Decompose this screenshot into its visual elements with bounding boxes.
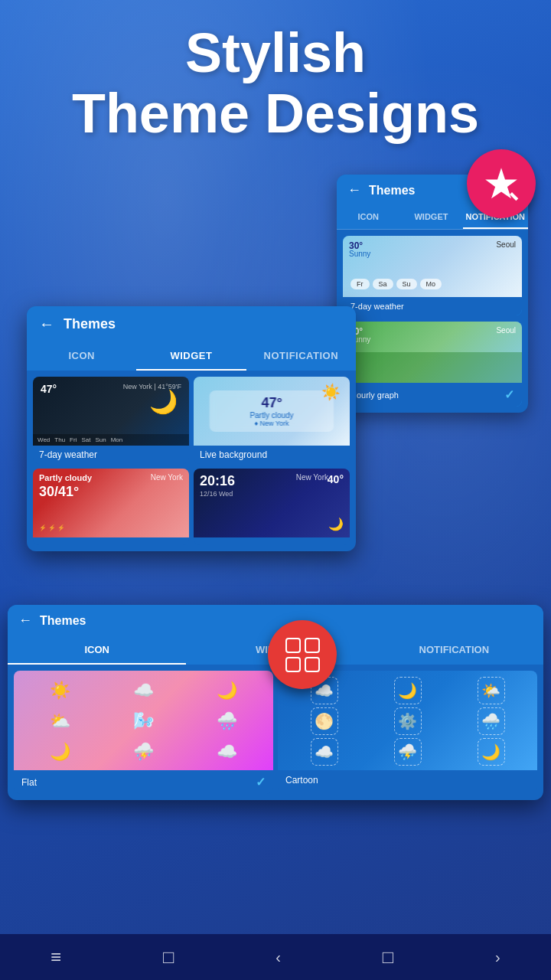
header-title: Stylish Theme Designs (0, 23, 551, 144)
back-card-title: Themes (369, 184, 415, 198)
theme-preview-dark: 47° New York | 41°59'F Wed Thu Fri Sat S… (33, 377, 189, 446)
cartoon-icon-moon: 🌙 (394, 677, 422, 704)
bottom-card-title: Themes (40, 614, 86, 628)
flat-icon-thunder: ⛈️ (130, 738, 158, 766)
theme-label-7day: 7-day weather (33, 446, 189, 464)
back-arrow-icon[interactable]: ← (347, 182, 361, 198)
theme-preview-glass: 47° Partly cloudy ♦ New York ☀️ (194, 377, 350, 446)
flat-label: Flat ✓ (14, 770, 273, 794)
fab-dot-4 (305, 657, 320, 672)
tab-icon-back[interactable]: ICON (337, 206, 399, 229)
featured-badge[interactable] (467, 149, 536, 218)
mid-back-arrow[interactable]: ← (39, 315, 54, 333)
fab-grid-button[interactable] (268, 620, 337, 689)
nav-menu-icon[interactable]: ≡ (51, 946, 61, 968)
weather-preview-sky: 30° Sunny Seoul Fr Sa Su Mo (343, 236, 522, 297)
svg-line-0 (511, 194, 517, 200)
bottom-back-arrow[interactable]: ← (18, 612, 32, 629)
mid-card-header: ← Themes (27, 306, 356, 342)
theme-label-live-bg: Live background (194, 446, 350, 464)
weather-label-7day: 7-day weather (343, 297, 522, 315)
flat-icon-rain: 🌧️ (214, 707, 241, 735)
weather-label-hourly: Hourly graph ✓ (343, 383, 522, 407)
title-line1: Stylish (0, 23, 551, 83)
flat-icon-sun: ☀️ (47, 677, 74, 704)
theme-preview-night: 20:16 12/16 Wed 40° New York 🌙 (194, 469, 350, 537)
icon-packs-grid: ☀️ ☁️ 🌙 ⛅ 🌬️ 🌧️ 🌙 ⛈️ ☁️ Flat ✓ ☁️ 🌙 🌤️ (8, 665, 543, 800)
theme-thumb-live-bg[interactable]: 47° Partly cloudy ♦ New York ☀️ Live bac… (194, 377, 350, 464)
mid-card-title: Themes (64, 316, 116, 332)
tab-widget-mid[interactable]: WIDGET (136, 342, 246, 371)
tab-notification-bottom[interactable]: NOTIFICATION (365, 636, 543, 665)
fab-dot-3 (285, 657, 301, 672)
theme-label-night (194, 537, 350, 545)
cartoon-label: Cartoon (278, 770, 537, 790)
cartoon-icon-rain: 🌧️ (478, 707, 505, 735)
cartoon-icon-full-moon: 🌕 (311, 707, 338, 735)
weather-preview-green: 30° Sunny Seoul (343, 322, 522, 383)
flat-icon-partly: ⛅ (47, 707, 74, 735)
star-wand-icon (482, 165, 520, 203)
tab-widget-back[interactable]: WIDGET (399, 206, 462, 229)
flat-icon-moon: 🌙 (214, 677, 241, 704)
navigation-bar: ≡ □ ‹ □ › (0, 934, 551, 980)
themes-grid: 47° New York | 41°59'F Wed Thu Fri Sat S… (27, 371, 356, 551)
theme-label-purple (33, 537, 189, 545)
cartoon-icon-partly: 🌤️ (478, 677, 505, 704)
theme-preview-purple: Partly cloudy 30/41° New York ⚡ ⚡ ⚡ (33, 469, 189, 537)
theme-thumb-purple[interactable]: Partly cloudy 30/41° New York ⚡ ⚡ ⚡ (33, 469, 189, 545)
cartoon-icon-thunder: ⛈️ (394, 738, 422, 766)
flat-checkmark: ✓ (256, 775, 266, 789)
weather-item-7day[interactable]: 30° Sunny Seoul Fr Sa Su Mo 7-day weathe… (343, 236, 522, 315)
theme-thumb-7day-dark[interactable]: 47° New York | 41°59'F Wed Thu Fri Sat S… (33, 377, 189, 464)
icon-pack-flat[interactable]: ☀️ ☁️ 🌙 ⛅ 🌬️ 🌧️ 🌙 ⛈️ ☁️ Flat ✓ (14, 671, 273, 794)
mid-themes-card: ← Themes ICON WIDGET NOTIFICATION 47° Ne… (27, 306, 356, 551)
title-line2: Theme Designs (0, 83, 551, 144)
flat-icon-wind: 🌬️ (130, 707, 158, 735)
hourly-checkmark: ✓ (504, 387, 514, 402)
flat-icon-cloud2: ☁️ (214, 738, 241, 766)
fab-dot-2 (305, 638, 320, 653)
tab-icon-bottom[interactable]: ICON (8, 636, 186, 665)
tab-icon-mid[interactable]: ICON (27, 342, 136, 371)
nav-home-icon[interactable]: □ (163, 946, 174, 968)
flat-icon-moon2: 🌙 (47, 738, 74, 766)
fab-dot-1 (285, 638, 301, 653)
flat-icon-cloud: ☁️ (130, 677, 158, 704)
nav-back-icon[interactable]: ‹ (276, 949, 281, 966)
flat-preview: ☀️ ☁️ 🌙 ⛅ 🌬️ 🌧️ 🌙 ⛈️ ☁️ (14, 671, 273, 770)
icon-pack-cartoon[interactable]: ☁️ 🌙 🌤️ 🌕 ⚙️ 🌧️ ☁️ ⛈️ 🌙 Cartoon (278, 671, 537, 794)
nav-square-icon[interactable]: □ (383, 946, 394, 968)
cartoon-icon-cloud2: ☁️ (311, 738, 338, 766)
mid-card-tabs: ICON WIDGET NOTIFICATION (27, 342, 356, 371)
theme-thumb-night[interactable]: 20:16 12/16 Wed 40° New York 🌙 (194, 469, 350, 545)
nav-forward-icon[interactable]: › (495, 949, 500, 966)
tab-notification-mid[interactable]: NOTIFICATION (246, 342, 356, 371)
fab-grid-icon (282, 634, 324, 676)
weather-item-hourly[interactable]: 30° Sunny Seoul Hourly graph ✓ (343, 322, 522, 407)
cartoon-icon-night: 🌙 (478, 738, 505, 766)
cartoon-icon-gear: ⚙️ (394, 707, 422, 735)
